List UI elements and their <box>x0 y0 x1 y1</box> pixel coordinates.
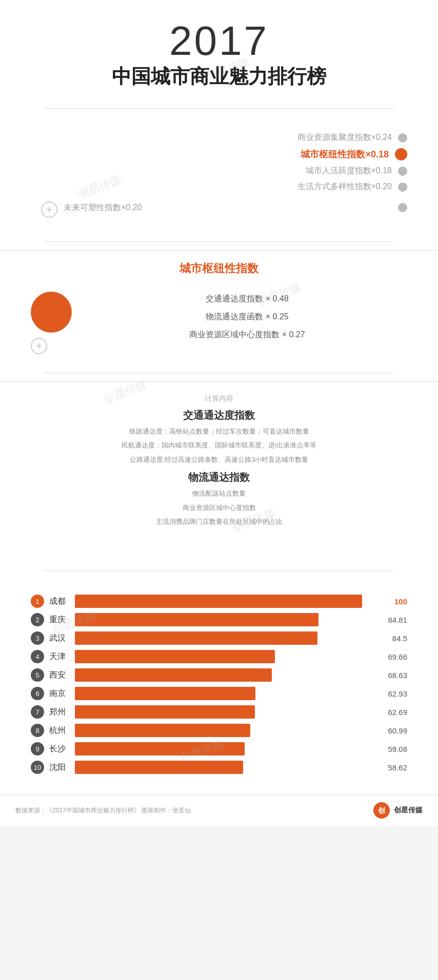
chart-bar <box>75 687 255 700</box>
spacer <box>0 542 438 562</box>
chart-rank: 10 <box>31 761 44 774</box>
chart-bar-container <box>75 705 374 719</box>
chart-value: 62.69 <box>379 708 407 717</box>
chart-value: 60.99 <box>379 726 407 735</box>
calc-logistics-title: 物流通达指数 <box>31 471 407 484</box>
chart-row: 7郑州62.69 <box>31 705 407 719</box>
chart-value: 84.81 <box>379 616 407 624</box>
chart-city: 武汉 <box>49 633 70 644</box>
calc-label: 计算内容 <box>31 394 407 403</box>
footer-source: 数据来源：《2017中国城市商业魅力排行榜》 图表制作：张亚仙 <box>15 806 191 815</box>
hub-items: 交通通达度指数 × 0.48 物流通达度函数 × 0.25 商业资源区域中心度指… <box>87 287 407 348</box>
index-item-1: 商业资源集聚度指数×0.24 <box>41 132 407 143</box>
chart-value: 62.93 <box>379 689 407 698</box>
calc-transport-line-2: 民航通达度：国内城市联系度、国际城市联系度、进/出港准点率等 <box>31 439 407 451</box>
hub-item-2: 物流通达度函数 × 0.25 <box>87 312 407 322</box>
chart-city: 西安 <box>49 670 70 681</box>
chart-bar <box>75 650 275 663</box>
calc-transport-line-3: 公路通达度:经过高速公路条数、高速公路3小时直达城市数量 <box>31 454 407 465</box>
section-divider-3 <box>44 570 394 571</box>
chart-rank: 6 <box>31 687 44 700</box>
index-label-4: 生活方式多样性指数×0.20 <box>297 181 392 192</box>
calc-commerce-line-1: 主流消费品牌门店数量在所处区域中的占比 <box>31 516 407 527</box>
chart-value: 69.66 <box>379 652 407 661</box>
chart-bar <box>75 742 245 756</box>
hub-content: + 交通通达度指数 × 0.48 物流通达度函数 × 0.25 商业资源区域中心… <box>31 287 407 354</box>
index-label-1: 商业资源集聚度指数×0.24 <box>297 132 392 143</box>
chart-city: 重庆 <box>49 615 70 625</box>
chart-row: 6南京62.93 <box>31 687 407 700</box>
footer: 数据来源：《2017中国城市商业魅力排行榜》 图表制作：张亚仙 创 创星传媒 <box>0 794 438 826</box>
chart-bar <box>75 724 250 737</box>
section-divider-2 <box>44 373 394 373</box>
chart-bar <box>75 595 362 608</box>
chart-bar <box>75 761 243 774</box>
chart-city: 沈阳 <box>49 762 70 773</box>
chart-bar-container <box>75 687 374 700</box>
chart-bar-container <box>75 761 374 774</box>
chart-row: 10沈阳58.62 <box>31 761 407 774</box>
logo-text: 创星传媒 <box>394 806 423 815</box>
chart-city: 天津 <box>49 651 70 662</box>
chart-rank: 4 <box>31 650 44 663</box>
section-divider-1 <box>44 241 394 242</box>
chart-bar <box>75 613 318 626</box>
chart-rank: 2 <box>31 613 44 626</box>
page-container: 创星传媒 创星传媒 创星传媒 创星传媒 创星传媒 创星传媒 创星传媒 创星传媒 … <box>0 0 438 826</box>
calc-section: 计算内容 交通通达度指数 铁路通达度；高铁站点数量；经过车次数量；可直达城市数量… <box>0 381 438 542</box>
calc-transport-line-1: 铁路通达度；高铁站点数量；经过车次数量；可直达城市数量 <box>31 425 407 437</box>
header-divider <box>44 108 394 109</box>
chart-city: 南京 <box>49 688 70 699</box>
chart-bar <box>75 668 272 682</box>
chart-rank: 3 <box>31 631 44 645</box>
index-dot-4 <box>398 182 407 192</box>
header-year: 2017 <box>0 21 438 62</box>
index-dot-2 <box>395 148 407 160</box>
index-section: 商业资源集聚度指数×0.24 城市枢纽性指数×0.18 城市人活跃度指数×0.1… <box>0 117 438 233</box>
chart-value: 100 <box>379 597 407 606</box>
chart-value: 59.08 <box>379 745 407 753</box>
hub-item-3: 商业资源区域中心度指数 × 0.27 <box>87 330 407 340</box>
plus-button-1[interactable]: + <box>41 201 57 218</box>
logo-icon: 创 <box>372 801 391 820</box>
chart-section: 1成都1002重庆84.813武汉84.54天津69.665西安68.636南京… <box>0 579 438 794</box>
index-dot-5 <box>398 203 407 212</box>
chart-city: 郑州 <box>49 707 70 718</box>
footer-logo: 创 创星传媒 <box>372 801 423 820</box>
chart-rank: 1 <box>31 595 44 608</box>
index-item-4: 生活方式多样性指数×0.20 <box>41 181 407 192</box>
chart-row: 3武汉84.5 <box>31 631 407 645</box>
index-label-2: 城市枢纽性指数×0.18 <box>301 148 389 160</box>
header-title: 中国城市商业魅力排行榜 <box>0 64 438 90</box>
index-dot-1 <box>398 133 407 142</box>
chart-bar-container <box>75 595 374 608</box>
calc-commerce-title: 商业资源区域中心度指数 <box>31 502 407 514</box>
chart-row: 5西安68.63 <box>31 668 407 682</box>
chart-bar <box>75 631 317 645</box>
chart-value: 68.63 <box>379 671 407 680</box>
chart-bar-container <box>75 742 374 756</box>
chart-bar-container <box>75 724 374 737</box>
chart-row: 4天津69.66 <box>31 650 407 663</box>
index-dot-3 <box>398 167 407 176</box>
hub-orange-circle <box>31 292 72 333</box>
chart-city: 长沙 <box>49 744 70 754</box>
chart-bar-container <box>75 631 374 645</box>
chart-row: 2重庆84.81 <box>31 613 407 626</box>
chart-city: 成都 <box>49 596 70 607</box>
chart-value: 58.62 <box>379 763 407 772</box>
hub-item-1: 交通通达度指数 × 0.48 <box>87 294 407 304</box>
chart-row: 8杭州60.99 <box>31 724 407 737</box>
index-item-2: 城市枢纽性指数×0.18 <box>41 148 407 160</box>
chart-bar <box>75 705 255 719</box>
chart-row: 9长沙59.08 <box>31 742 407 756</box>
plus-button-2[interactable]: + <box>31 338 47 354</box>
chart-row: 1成都100 <box>31 595 407 608</box>
index-label-3: 城市人活跃度指数×0.18 <box>306 166 392 176</box>
chart-rank: 7 <box>31 705 44 719</box>
chart-bar-container <box>75 650 374 663</box>
index-item-3: 城市人活跃度指数×0.18 <box>41 166 407 176</box>
svg-text:创: 创 <box>377 806 385 814</box>
calc-transport-title: 交通通达度指数 <box>31 409 407 422</box>
chart-rank: 5 <box>31 668 44 682</box>
